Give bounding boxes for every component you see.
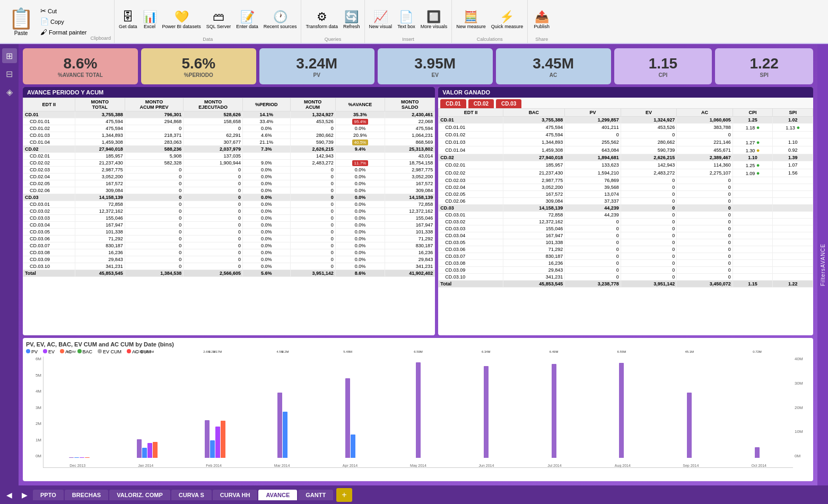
table-row: CD.03.09 29,843 0 0 0 [439, 267, 813, 274]
cell-acum-prev: 0 [125, 125, 183, 132]
cd03-tab[interactable]: CD.03 [496, 99, 521, 108]
cell-acum: 0 [290, 256, 335, 263]
table-row: CD.03.02 12,372,162 0 0 0 [439, 219, 813, 225]
table-row: CD.01.01 475,594 401,211 453,526 383,788… [439, 124, 813, 132]
tab-curva-hh[interactable]: CURVA HH [213, 490, 258, 500]
cd02-tab[interactable]: CD.02 [468, 99, 494, 108]
refresh-button[interactable]: 🔄Refresh [341, 9, 362, 30]
cell-edt: CD.03.05 [23, 229, 75, 236]
cell-spi [773, 239, 813, 246]
y-axis-left: 6M5M4M3M2M1M0M [26, 357, 43, 468]
recent-sources-button[interactable]: 🕐Recent sources [262, 9, 299, 30]
tab-nav-left[interactable]: ◀ [2, 489, 16, 501]
bar-group: 45.1M [656, 357, 723, 458]
cell-saldo: 72,858 [385, 201, 435, 208]
new-visual-button[interactable]: 📈New visual [367, 9, 395, 30]
more-visuals-button[interactable]: 🔲More visuals [419, 9, 450, 30]
bars-container: 0.04M1.27M0.7M1.03M2.6M1.2M2.17M4.5M3.2M… [43, 357, 793, 458]
tab-brechas[interactable]: BRECHAS [65, 490, 108, 500]
cell-total: 72,858 [75, 201, 125, 208]
tab-avance[interactable]: AVANCE [258, 490, 297, 500]
kpi-cpi: 1.15 CPI [614, 48, 712, 84]
format-painter-button[interactable]: 🖌Format painter [39, 28, 89, 37]
cell-cpi [733, 191, 773, 198]
tab-curva-s[interactable]: CURVA S [171, 490, 212, 500]
sidebar-model-icon[interactable]: ◈ [2, 84, 17, 99]
cell-acum: 453,526 [290, 118, 335, 125]
cell-pv: 3,238,778 [565, 281, 621, 288]
right-sidebar[interactable]: AVANCE Filters [817, 44, 828, 485]
sidebar-report-icon[interactable]: ⊞ [2, 48, 17, 63]
cell-spi: 1.56 [773, 169, 813, 177]
cell-ev: 0 [621, 177, 677, 184]
cell-acum: 0 [290, 167, 335, 173]
cell-total: 830,187 [75, 242, 125, 249]
table-row: CD.03.01 72,858 0 0 0.0% 0 0.0% 72,858 [23, 201, 435, 208]
insert-section: 📈New visual 📄Text box 🔲More visuals Inse… [365, 0, 452, 43]
copy-button[interactable]: 📄Copy [39, 17, 89, 26]
cell-acum-prev: 1,384,538 [125, 270, 183, 277]
cell-pv: 0 [565, 132, 621, 138]
cell-total: 45,853,545 [75, 270, 125, 277]
cell-ev: 0 [621, 205, 677, 212]
new-measure-button[interactable]: 🧮New measure [454, 9, 488, 30]
kpi-periodo-value: 5.6% [181, 55, 215, 72]
cell-pv: 13,074 [565, 191, 621, 198]
cell-pv: 76,869 [565, 177, 621, 184]
paste-button[interactable]: 📋 Paste [5, 2, 37, 41]
sql-button[interactable]: 🗃SQL Server [204, 9, 233, 30]
cell-pv: 0 [565, 260, 621, 267]
cell-edt: CD.03.10 [23, 263, 75, 270]
table-row: CD.01.03 1,344,893 255,562 280,662 221,1… [439, 138, 813, 146]
tab-nav-right[interactable]: ▶ [18, 489, 32, 501]
cell-total: 29,843 [75, 256, 125, 263]
x-label-oct14: Oct 2014 [725, 464, 793, 467]
tab-valoriz[interactable]: VALORIZ. COMP [109, 490, 170, 500]
quick-measure-button[interactable]: ⚡Quick measure [489, 9, 526, 30]
cell-total: 1,459,308 [75, 139, 125, 146]
cell-ejecutado: 0 [184, 125, 243, 132]
tab-ppto[interactable]: PPTO [33, 490, 64, 500]
table-row: CD.03.03 155,046 0 0 0 [439, 225, 813, 232]
cd01-tab[interactable]: CD.01 [440, 99, 466, 108]
publish-button[interactable]: 📤Publish [530, 9, 553, 30]
main-container: ⊞ ⊟ ◈ 8.6% %AVANCE TOTAL 5.6% %PERIODO 3… [0, 44, 828, 485]
cell-avance: 0.0% [335, 249, 385, 256]
sidebar-data-icon[interactable]: ⊟ [2, 66, 17, 81]
cell-edt: CD.03.09 [23, 256, 75, 263]
col-pv: PV [565, 109, 621, 117]
enter-data-button[interactable]: 📝Enter data [234, 9, 260, 30]
cell-cpi: 1.30 ● [733, 146, 773, 154]
cell-ev: 0 [621, 246, 677, 253]
cell-bac: 475,594 [503, 132, 565, 138]
cell-ev: 3,951,142 [621, 281, 677, 288]
transform-button[interactable]: ⚙Transform data [303, 9, 340, 30]
table-row: CD.03.05 101,338 0 0 0 [439, 239, 813, 246]
cell-bac: 71,292 [503, 246, 565, 253]
cell-total: 341,231 [75, 263, 125, 270]
kpi-avance-value: 8.6% [64, 55, 98, 72]
tab-add[interactable]: + [336, 488, 352, 502]
cell-edt: CD.01.02 [23, 125, 75, 132]
cell-pv: 255,562 [565, 138, 621, 146]
cell-period: 0.0% [243, 249, 291, 256]
cell-period: 0.0% [243, 222, 291, 229]
cut-button[interactable]: ✂Cut [39, 6, 89, 15]
cell-edt-r: CD.03.07 [439, 253, 503, 260]
cell-ac-r: 0 [677, 267, 733, 274]
cell-ac-r: 0 [677, 232, 733, 239]
left-table-scroll[interactable]: EDT II MONTOTOTAL MONTOACUM PREV MONTOEJ… [23, 98, 435, 335]
cell-spi [773, 205, 813, 212]
tab-gantt[interactable]: GANTT [298, 490, 333, 500]
text-box-button[interactable]: 📄Text box [395, 9, 417, 30]
cell-bac: 72,858 [503, 212, 565, 219]
cell-acum-prev: 294,868 [125, 118, 183, 125]
right-table-scroll[interactable]: EDT II BAC PV EV AC CPI SPI CD.01 3,755,… [438, 108, 813, 335]
cell-avance: 0.0% [335, 208, 385, 215]
cell-period: 0.0% [243, 229, 291, 236]
cell-period: 21.1% [243, 139, 291, 146]
power-bi-button[interactable]: 💛Power BI datasets [160, 9, 203, 30]
get-data-button[interactable]: 🗄Get data [117, 9, 140, 30]
excel-button[interactable]: 📊Excel [141, 9, 159, 30]
cell-ev: 280,662 [621, 138, 677, 146]
